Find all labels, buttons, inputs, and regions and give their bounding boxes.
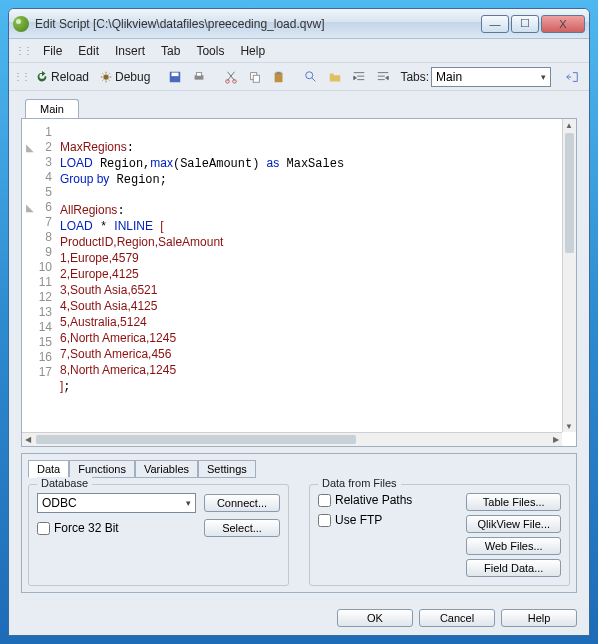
svg-rect-2 <box>172 72 179 76</box>
scroll-left-icon[interactable]: ◀ <box>22 433 34 445</box>
tab-functions[interactable]: Functions <box>69 460 135 478</box>
database-driver-dropdown[interactable]: ODBC <box>37 493 196 513</box>
edit-script-window: Edit Script [C:\Qlikview\datafiles\preec… <box>8 8 590 636</box>
minimize-button[interactable]: — <box>481 15 509 33</box>
horizontal-scrollbar[interactable]: ◀ ▶ <box>22 432 562 446</box>
indent-icon <box>352 70 366 84</box>
save-icon <box>168 70 182 84</box>
tab-move-right-button[interactable] <box>585 68 590 86</box>
outdent-icon <box>376 70 390 84</box>
copy-icon <box>248 70 262 84</box>
menubar-grip-icon: ⋮⋮ <box>15 45 31 56</box>
menu-insert[interactable]: Insert <box>107 42 153 60</box>
tab-left-icon <box>565 70 579 84</box>
database-fieldset: Database ODBC Connect... Force 32 Bit Se… <box>28 484 289 586</box>
field-data-button[interactable]: Field Data... <box>466 559 561 577</box>
titlebar[interactable]: Edit Script [C:\Qlikview\datafiles\preec… <box>9 9 589 39</box>
qlikview-app-icon <box>13 16 29 32</box>
bookmark-icon: ◣ <box>24 140 34 150</box>
debug-icon <box>99 70 113 84</box>
use-ftp-checkbox[interactable]: Use FTP <box>318 513 456 527</box>
content-area: Main ◣ ◣ 1234567891011121314151617 MaxRe… <box>9 91 589 601</box>
cut-icon <box>224 70 238 84</box>
debug-button[interactable]: Debug <box>95 68 154 86</box>
svg-rect-4 <box>197 72 202 76</box>
folder-button[interactable] <box>324 68 346 86</box>
scroll-down-icon[interactable]: ▼ <box>563 420 575 432</box>
copy-button[interactable] <box>244 68 266 86</box>
tabs-dropdown[interactable]: Main <box>431 67 551 87</box>
window-title: Edit Script [C:\Qlikview\datafiles\preec… <box>35 17 481 31</box>
folder-icon <box>328 70 342 84</box>
ok-button[interactable]: OK <box>337 609 413 627</box>
vertical-scrollbar[interactable]: ▲ ▼ <box>562 119 576 432</box>
svg-point-0 <box>103 74 108 79</box>
line-gutter: ◣ ◣ 1234567891011121314151617 <box>22 119 56 446</box>
web-files-button[interactable]: Web Files... <box>466 537 561 555</box>
bottom-panel: Data Functions Variables Settings Databa… <box>21 453 577 593</box>
find-button[interactable] <box>300 68 322 86</box>
cut-button[interactable] <box>220 68 242 86</box>
maximize-button[interactable]: ☐ <box>511 15 539 33</box>
indent-button[interactable] <box>348 68 370 86</box>
script-editor[interactable]: ◣ ◣ 1234567891011121314151617 MaxRegions… <box>21 118 577 447</box>
outdent-button[interactable] <box>372 68 394 86</box>
bookmark-icon: ◣ <box>24 200 34 210</box>
cancel-button[interactable]: Cancel <box>419 609 495 627</box>
menu-file[interactable]: File <box>35 42 70 60</box>
scrollbar-thumb[interactable] <box>36 435 356 444</box>
tab-right-icon <box>589 70 590 84</box>
paste-icon <box>272 70 286 84</box>
scroll-right-icon[interactable]: ▶ <box>550 433 562 445</box>
table-files-button[interactable]: Table Files... <box>466 493 561 511</box>
tab-move-left-button[interactable] <box>561 68 583 86</box>
relative-paths-checkbox[interactable]: Relative Paths <box>318 493 456 507</box>
svg-rect-10 <box>277 71 281 74</box>
database-legend: Database <box>37 477 92 489</box>
svg-rect-8 <box>254 75 260 82</box>
qlikview-file-button[interactable]: QlikView File... <box>466 515 561 533</box>
paste-button[interactable] <box>268 68 290 86</box>
search-icon <box>304 70 318 84</box>
scroll-up-icon[interactable]: ▲ <box>563 119 575 131</box>
svg-point-11 <box>306 71 313 78</box>
tab-main[interactable]: Main <box>25 99 79 118</box>
print-button[interactable] <box>188 68 210 86</box>
code-area[interactable]: MaxRegions: LOAD Region,max(SaleAmount) … <box>56 119 576 446</box>
select-button[interactable]: Select... <box>204 519 280 537</box>
help-button[interactable]: Help <box>501 609 577 627</box>
reload-button[interactable]: Reload <box>31 68 93 86</box>
toolbar: ⋮⋮ Reload Debug Tabs: Main <box>9 63 589 91</box>
save-button[interactable] <box>164 68 186 86</box>
force-32bit-checkbox[interactable]: Force 32 Bit <box>37 521 119 535</box>
toolbar-grip-icon: ⋮⋮ <box>13 71 29 82</box>
tab-settings[interactable]: Settings <box>198 460 256 478</box>
menu-edit[interactable]: Edit <box>70 42 107 60</box>
tab-data[interactable]: Data <box>28 460 69 478</box>
menubar: ⋮⋮ File Edit Insert Tab Tools Help <box>9 39 589 63</box>
dialog-footer: OK Cancel Help <box>9 601 589 635</box>
data-from-files-fieldset: Data from Files Relative Paths Use FTP T… <box>309 484 570 586</box>
reload-icon <box>35 70 49 84</box>
menu-tools[interactable]: Tools <box>188 42 232 60</box>
connect-button[interactable]: Connect... <box>204 494 280 512</box>
scrollbar-thumb[interactable] <box>565 133 574 253</box>
datafiles-legend: Data from Files <box>318 477 401 489</box>
tabs-label: Tabs: <box>400 70 429 84</box>
close-button[interactable]: X <box>541 15 585 33</box>
tab-variables[interactable]: Variables <box>135 460 198 478</box>
menu-help[interactable]: Help <box>232 42 273 60</box>
print-icon <box>192 70 206 84</box>
menu-tab[interactable]: Tab <box>153 42 188 60</box>
